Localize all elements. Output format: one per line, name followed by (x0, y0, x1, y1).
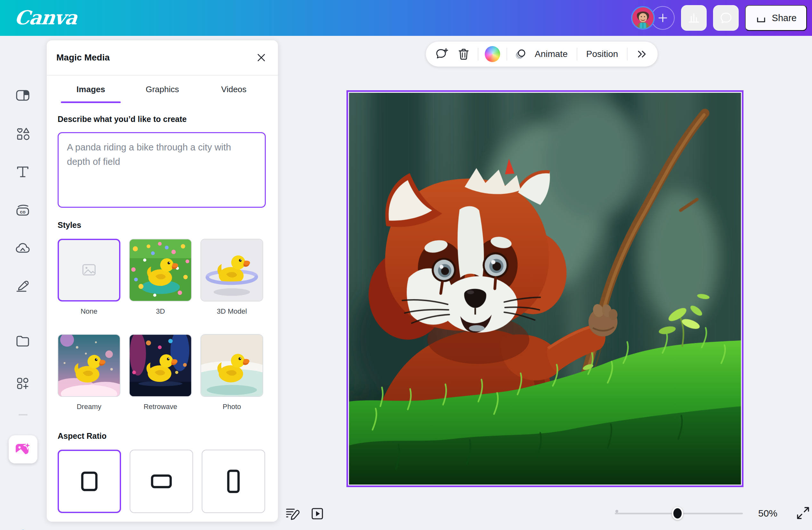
style-thumb-none[interactable] (58, 239, 120, 301)
portrait-ratio-icon (227, 469, 241, 494)
close-panel-button[interactable] (254, 50, 268, 65)
magic-media-panel: Magic Media Images Graphics Videos Descr… (47, 40, 278, 522)
speech-bubble-icon (719, 11, 733, 25)
zoom-slider-min-dot (615, 510, 618, 513)
style-thumb-dreamy[interactable] (58, 334, 120, 397)
comment-add-icon (435, 47, 449, 61)
square-ratio-icon (80, 470, 99, 492)
color-button[interactable] (485, 46, 500, 62)
zoom-slider[interactable] (615, 513, 743, 514)
draw-pen-icon (15, 278, 30, 293)
selection-toolbar: Animate Position (426, 42, 658, 67)
text-icon (15, 164, 30, 179)
sidebar-item-projects[interactable] (15, 334, 30, 349)
bar-chart-icon (687, 11, 700, 25)
style-thumb-photo[interactable] (200, 334, 263, 397)
svg-text:co: co (20, 209, 26, 215)
folder-icon (15, 334, 30, 349)
panel-body: Describe what you’d like to create Style… (47, 103, 278, 513)
delete-button[interactable] (456, 46, 471, 62)
presentation-play-icon (310, 506, 325, 521)
share-upload-icon (755, 12, 767, 24)
sidebar-item-apps[interactable] (15, 376, 30, 391)
notes-button[interactable] (284, 506, 300, 522)
right-eye (482, 252, 508, 278)
topbar-actions: Share (631, 0, 807, 36)
panel-tabs: Images Graphics Videos (47, 75, 278, 103)
cloud-upload-icon (15, 241, 30, 256)
bottom-left-controls (284, 506, 325, 522)
elements-icon (15, 126, 30, 142)
style-option-photo[interactable]: Photo (200, 334, 263, 411)
add-comment-button[interactable] (434, 46, 450, 62)
style-option-3d-model[interactable]: 3D Model (200, 239, 263, 315)
expand-icon (796, 506, 810, 520)
style-label: 3D (129, 307, 192, 315)
tab-videos[interactable]: Videos (198, 75, 270, 103)
style-thumb-3d[interactable] (129, 239, 192, 301)
plus-icon (656, 12, 669, 24)
style-label: 3D Model (200, 307, 263, 315)
left-sidebar: co (0, 36, 47, 530)
toolbar-divider (627, 48, 627, 60)
sidebar-item-magic-media[interactable] (9, 435, 38, 463)
aspect-option-portrait[interactable] (202, 450, 265, 513)
avatar[interactable] (631, 6, 655, 30)
top-bar: Canva (0, 0, 812, 36)
aspect-options (58, 450, 266, 513)
style-option-dreamy[interactable]: Dreamy (58, 334, 120, 411)
sidebar-item-uploads[interactable] (15, 241, 30, 256)
comments-button[interactable] (713, 5, 739, 31)
style-option-retrowave[interactable]: Retrowave (129, 334, 192, 411)
style-label: Retrowave (129, 403, 192, 411)
aspect-option-square[interactable] (58, 450, 121, 513)
tab-images[interactable]: Images (55, 75, 127, 103)
fullscreen-button[interactable] (795, 506, 811, 521)
aspect-ratio-label: Aspect Ratio (58, 431, 266, 441)
toolbar-divider (577, 48, 577, 60)
sidebar-divider (18, 414, 28, 415)
landscape-ratio-icon (150, 474, 173, 489)
styles-label: Styles (58, 221, 266, 230)
animate-icon (513, 47, 528, 61)
trash-icon (456, 47, 471, 61)
style-option-3d[interactable]: 3D (129, 239, 192, 315)
tab-graphics[interactable]: Graphics (127, 75, 198, 103)
animate-button[interactable]: Animate (513, 46, 570, 62)
more-tools-button[interactable] (634, 46, 649, 62)
canva-logo[interactable]: Canva (13, 6, 78, 29)
brand-hub-icon: co (15, 203, 30, 218)
sidebar-item-brand[interactable]: co (15, 203, 30, 218)
sidebar-item-text[interactable] (15, 164, 30, 179)
prompt-input[interactable] (58, 132, 266, 208)
insights-button[interactable] (681, 5, 707, 31)
selected-image-frame[interactable] (346, 90, 743, 487)
close-icon (256, 52, 267, 63)
style-label: Dreamy (58, 403, 120, 411)
position-button[interactable]: Position (584, 46, 621, 62)
zoom-controls: 50% (615, 506, 811, 521)
zoom-level[interactable]: 50% (758, 508, 787, 519)
design-icon (15, 88, 30, 103)
sidebar-item-elements[interactable] (15, 126, 30, 142)
styles-row-1: None 3D (58, 239, 266, 315)
style-option-none[interactable]: None (58, 239, 120, 315)
style-thumb-retrowave[interactable] (129, 334, 192, 397)
zoom-slider-thumb[interactable] (672, 506, 683, 520)
style-thumb-3d-model[interactable] (200, 239, 263, 301)
panel-title: Magic Media (56, 53, 110, 63)
share-button[interactable]: Share (745, 5, 807, 31)
animate-label: Animate (532, 49, 570, 59)
style-3d-model-art (201, 239, 263, 301)
styles-row-2: Dreamy Retrowave (58, 334, 266, 411)
style-label: None (58, 307, 120, 315)
panel-header: Magic Media (47, 40, 278, 75)
apps-grid-icon (15, 376, 30, 391)
describe-label: Describe what you’d like to create (58, 115, 266, 124)
present-button[interactable] (309, 506, 325, 522)
sidebar-item-draw[interactable] (15, 278, 30, 293)
red-panda-image (349, 93, 741, 485)
style-dreamy-art (58, 335, 120, 396)
sidebar-item-design[interactable] (15, 88, 30, 103)
aspect-option-landscape[interactable] (130, 450, 193, 513)
